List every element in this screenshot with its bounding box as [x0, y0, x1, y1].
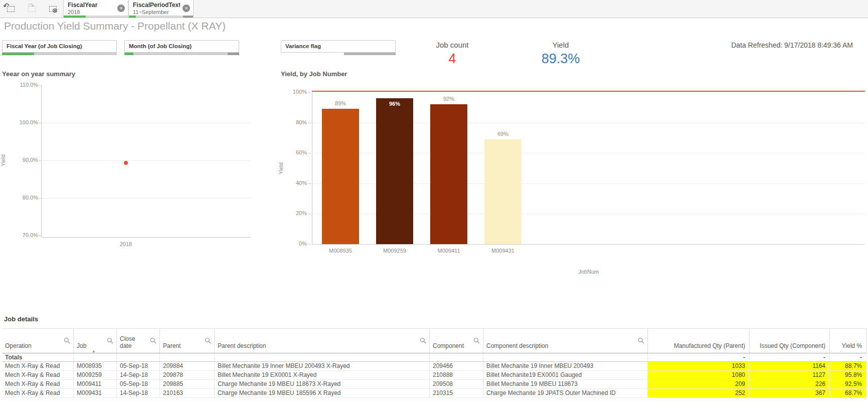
y-tick-label: 100.0%	[13, 119, 38, 125]
cell[interactable]: Mech X-Ray & Read	[2, 362, 74, 370]
cell[interactable]: 88.7%	[830, 362, 866, 370]
filterbox-label: Month (of Job Closing)	[124, 40, 239, 53]
bar-M009431[interactable]	[484, 139, 522, 244]
cell[interactable]: 1080	[648, 371, 750, 379]
cell[interactable]: Billet Mechanite 19 Inner MBEU 200493	[483, 362, 648, 370]
cell[interactable]: Billet Mechanite 19 Inner MBEU 200493 X-…	[215, 362, 430, 370]
cell[interactable]: 210315	[430, 389, 483, 397]
cell[interactable]: 1164	[750, 362, 830, 370]
column-header-issued-qty-component-[interactable]: Issued Qty (Component)	[750, 329, 830, 353]
x-tick-label: 2018	[101, 241, 151, 247]
year-on-year-chart: Yeear on year summary110.0%100.0%90.0%80…	[0, 69, 278, 260]
search-icon[interactable]	[420, 337, 427, 344]
column-header-label: Issued Qty (Component)	[753, 342, 825, 349]
cell[interactable]: 252	[648, 389, 750, 397]
cell[interactable]: 367	[750, 389, 830, 397]
cell[interactable]: Charge Mechanite 19 JPATS Outer Machined…	[483, 389, 648, 397]
cell	[430, 353, 483, 361]
state-segment	[124, 53, 133, 55]
cell[interactable]: M009411	[74, 380, 117, 388]
cell[interactable]: 226	[750, 380, 830, 388]
search-icon[interactable]	[638, 337, 645, 344]
cell[interactable]: 209	[648, 380, 750, 388]
cell[interactable]: M008935	[74, 362, 117, 370]
search-icon[interactable]	[473, 337, 480, 344]
column-header-component[interactable]: Component	[430, 329, 483, 353]
cell: -	[830, 353, 866, 361]
gridline	[41, 198, 251, 198]
filterbox-month-of-job-closing-[interactable]: Month (of Job Closing)	[124, 40, 239, 55]
cell[interactable]: 209878	[160, 371, 215, 379]
column-header-label: Parent description	[218, 342, 418, 349]
cell: -	[648, 353, 750, 361]
step-back-selection-button[interactable]: ↶	[0, 0, 21, 18]
cell[interactable]: M009431	[74, 389, 117, 397]
column-header-label: Close date	[120, 335, 148, 349]
cell[interactable]: M009259	[74, 371, 117, 379]
cell[interactable]: 209885	[160, 380, 215, 388]
cell[interactable]: 14-Sep-18	[117, 371, 160, 379]
bar-M009259[interactable]	[376, 98, 413, 244]
selection-chip-fiscalyear[interactable]: FiscalYear2018×	[63, 0, 128, 18]
cell[interactable]: 14-Sep-18	[117, 389, 160, 397]
cell[interactable]: 210163	[160, 389, 215, 397]
cell[interactable]: Mech X-Ray & Read	[2, 371, 74, 379]
cell[interactable]: Mech X-Ray & Read	[2, 380, 74, 388]
cell[interactable]: 95.8%	[830, 371, 866, 379]
column-header-component-description[interactable]: Component description	[483, 329, 648, 353]
column-header-yield-[interactable]: Yield %	[830, 329, 866, 353]
selection-chip-fiscalperiodtext[interactable]: FiscalPeriodText11~September×	[128, 0, 194, 18]
table-header-row: OperationJob▲Close dateParentParent desc…	[2, 328, 866, 353]
y-tick-mark	[308, 153, 311, 153]
cell[interactable]: 05-Sep-18	[117, 362, 160, 370]
bar-M009411[interactable]	[430, 104, 467, 244]
search-icon[interactable]	[107, 337, 114, 344]
search-icon[interactable]	[205, 337, 212, 344]
filterbox-variance-flag[interactable]: Variance flag	[281, 40, 396, 55]
column-header-manufactured-qty-parent-[interactable]: Manufactured Qty (Parent)	[648, 329, 750, 353]
cell[interactable]: Billet Mechanite 19 EX0001 X-Rayed	[215, 371, 430, 379]
column-header-parent[interactable]: Parent	[160, 329, 215, 353]
y-tick-label: 110.0%	[13, 82, 38, 88]
data-refreshed-text: Data Refreshed: 9/17/2018 8:49:36 AM	[731, 41, 853, 49]
search-icon[interactable]	[150, 337, 157, 344]
search-icon[interactable]	[64, 337, 71, 344]
cell[interactable]: 210888	[430, 371, 483, 379]
cell[interactable]: 1127	[750, 371, 830, 379]
table-row: Mech X-Ray & ReadM00893505-Sep-18209884B…	[2, 362, 866, 371]
kpi-label: Yield	[518, 40, 603, 50]
cell[interactable]: 209884	[160, 362, 215, 370]
cell[interactable]: 209466	[430, 362, 483, 370]
table-row: Mech X-Ray & ReadM00925914-Sep-18209878B…	[2, 371, 866, 380]
column-header-label: Parent	[163, 342, 203, 349]
y-tick-mark	[308, 214, 311, 214]
clear-all-selections-button[interactable]: ⊗	[42, 0, 63, 18]
column-header-operation[interactable]: Operation	[2, 329, 74, 353]
cell[interactable]: Billet Mechanite 19 MBEU 118673	[483, 380, 648, 388]
cell[interactable]: Charge Mechanite 19 MBEU 185596 X Rayed	[215, 389, 430, 397]
step-forward-selection-button: ↷	[21, 0, 42, 18]
state-segment	[133, 53, 228, 55]
remove-selection-icon[interactable]: ×	[183, 5, 190, 12]
cell[interactable]: 05-Sep-18	[117, 380, 160, 388]
data-point-2018[interactable]	[124, 161, 128, 165]
cell[interactable]: Charge Mechanite 19 MBEU 118673 X-Rayed	[215, 380, 430, 388]
bar-M008935[interactable]	[322, 109, 359, 244]
cell[interactable]: Billet Mechanite19 EX0001 Gauged	[483, 371, 648, 379]
state-segment	[34, 53, 117, 55]
y-tick-label: 40%	[282, 180, 307, 186]
x-tick-label: M008935	[315, 248, 366, 254]
y-axis-title: Yield	[0, 154, 6, 166]
column-header-parent-description[interactable]: Parent description	[215, 329, 430, 353]
column-header-close-date[interactable]: Close date	[117, 329, 160, 353]
cell[interactable]: 92.5%	[830, 380, 866, 388]
chip-field-name: FiscalYear	[68, 2, 115, 9]
cell[interactable]: 68.7%	[830, 389, 866, 397]
bar-chart-title: Yield, by Job Number	[281, 70, 347, 78]
cell[interactable]: 1033	[648, 362, 750, 370]
remove-selection-icon[interactable]: ×	[117, 5, 125, 12]
cell[interactable]: Mech X-Ray & Read	[2, 389, 74, 397]
column-header-job[interactable]: Job▲	[74, 329, 117, 353]
cell[interactable]: 209508	[430, 380, 483, 388]
filterbox-fiscal-year-of-job-closing-[interactable]: Fiscal Year (of Job Closing)	[2, 40, 117, 55]
